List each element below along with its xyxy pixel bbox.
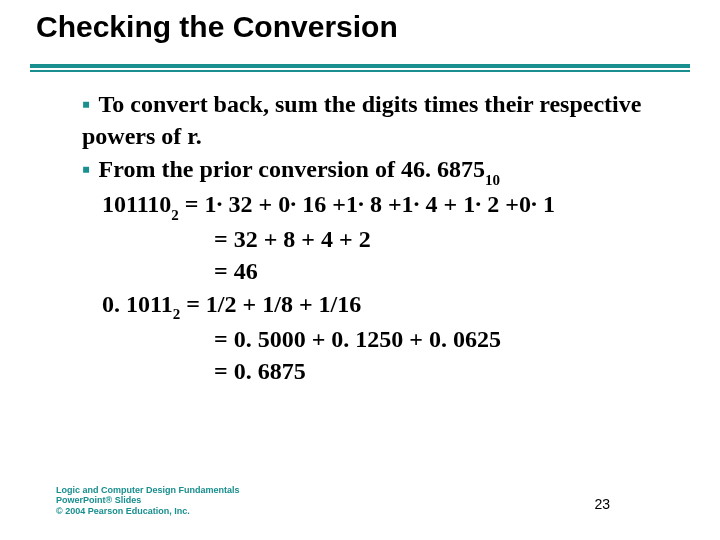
subscript-10: 10 xyxy=(485,172,500,188)
brand-line-1: Logic and Computer Design Fundamentals xyxy=(56,485,240,495)
title-rule-thin xyxy=(30,70,690,72)
page-number: 23 xyxy=(594,496,610,512)
calc-line-3: = 46 xyxy=(82,255,672,287)
expansion-frac: = 1/2 + 1/8 + 1/16 xyxy=(180,291,361,317)
calc-line-4: 0. 10112 = 1/2 + 1/8 + 1/16 xyxy=(82,288,672,323)
binary-frac: 0. 1011 xyxy=(102,291,173,317)
bullet-line-2: ▪From the prior conversion of 46. 687510 xyxy=(82,153,672,188)
square-bullet-icon: ▪ xyxy=(82,156,91,182)
bullet-text-1: To convert back, sum the digits times th… xyxy=(82,91,641,149)
title-rule-thick xyxy=(30,64,690,68)
calc-line-1: 1011102 = 1· 32 + 0· 16 +1· 8 +1· 4 + 1·… xyxy=(82,188,672,223)
bullet-text-2: From the prior conversion of 46. 6875 xyxy=(99,156,485,182)
bullet-line-1: ▪To convert back, sum the digits times t… xyxy=(82,88,672,153)
subscript-2: 2 xyxy=(171,207,179,223)
calc-line-2: = 32 + 8 + 4 + 2 xyxy=(82,223,672,255)
binary-int: 101110 xyxy=(102,191,171,217)
slide: Checking the Conversion ▪To convert back… xyxy=(0,0,720,540)
expansion-int: = 1· 32 + 0· 16 +1· 8 +1· 4 + 1· 2 +0· 1 xyxy=(179,191,555,217)
brand-line-3: © 2004 Pearson Education, Inc. xyxy=(56,506,240,516)
branding-footer: Logic and Computer Design Fundamentals P… xyxy=(56,485,240,516)
brand-line-2: PowerPoint® Slides xyxy=(56,495,240,505)
square-bullet-icon: ▪ xyxy=(82,91,91,117)
body-content: ▪To convert back, sum the digits times t… xyxy=(82,88,672,387)
subscript-2: 2 xyxy=(173,306,181,322)
slide-title: Checking the Conversion xyxy=(36,10,398,44)
calc-line-5: = 0. 5000 + 0. 1250 + 0. 0625 xyxy=(82,323,672,355)
calc-line-6: = 0. 6875 xyxy=(82,355,672,387)
